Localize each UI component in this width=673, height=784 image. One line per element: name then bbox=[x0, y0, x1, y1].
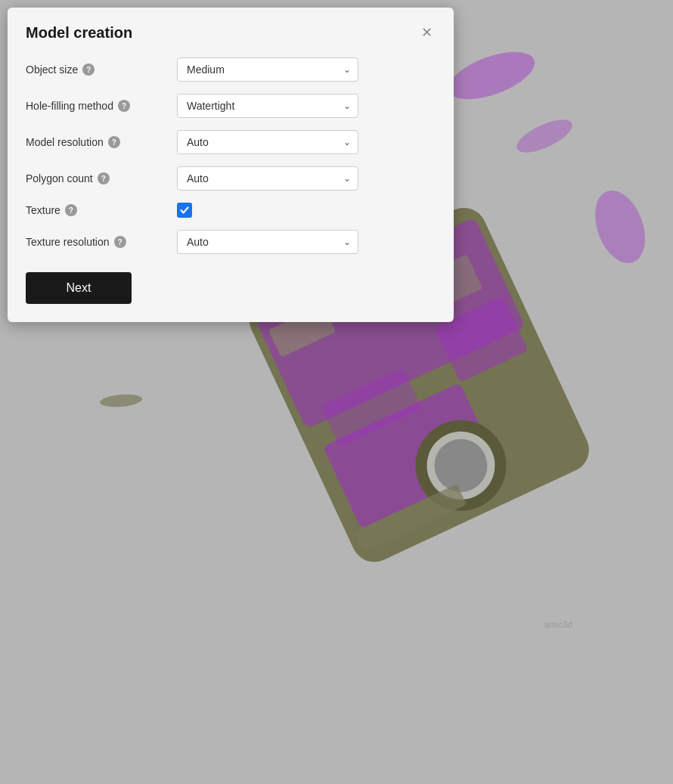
texture-help-icon[interactable]: ? bbox=[65, 204, 77, 216]
texture-resolution-control: Auto 512 1024 2048 4096 8192 ⌄ bbox=[177, 230, 436, 254]
polygon-count-select[interactable]: Auto 100K 500K 1M 2M 5M bbox=[177, 166, 358, 191]
panel-header: Model creation ✕ bbox=[26, 23, 436, 42]
texture-resolution-help-icon[interactable]: ? bbox=[114, 236, 126, 248]
polygon-count-select-wrapper: Auto 100K 500K 1M 2M 5M ⌄ bbox=[177, 166, 358, 191]
hole-filling-help-icon[interactable]: ? bbox=[118, 100, 130, 112]
object-size-help-icon[interactable]: ? bbox=[82, 64, 95, 76]
checkmark-icon bbox=[180, 206, 189, 215]
hole-filling-select[interactable]: None Conservative Watertight bbox=[177, 94, 358, 118]
texture-checkbox[interactable] bbox=[177, 203, 192, 218]
polygon-count-label: Polygon count ? bbox=[26, 172, 177, 184]
hole-filling-control: None Conservative Watertight ⌄ bbox=[177, 94, 436, 118]
texture-label: Texture ? bbox=[26, 204, 177, 216]
model-resolution-help-icon[interactable]: ? bbox=[108, 136, 120, 148]
next-button[interactable]: Next bbox=[26, 272, 132, 304]
model-resolution-label: Model resolution ? bbox=[26, 136, 177, 148]
texture-resolution-row: Texture resolution ? Auto 512 1024 2048 … bbox=[26, 230, 436, 254]
hole-filling-label: Hole-filling method ? bbox=[26, 100, 177, 112]
panel-title: Model creation bbox=[26, 24, 132, 42]
polygon-count-help-icon[interactable]: ? bbox=[98, 172, 110, 184]
texture-resolution-label: Texture resolution ? bbox=[26, 236, 177, 248]
model-resolution-select[interactable]: Auto Low Medium High Ultra High bbox=[177, 130, 358, 154]
model-creation-panel: Model creation ✕ Object size ? Small Med… bbox=[8, 8, 454, 322]
texture-resolution-select[interactable]: Auto 512 1024 2048 4096 8192 bbox=[177, 230, 358, 254]
object-size-select[interactable]: Small Medium Large Extra Large bbox=[177, 57, 358, 82]
texture-row: Texture ? bbox=[26, 203, 436, 218]
texture-resolution-select-wrapper: Auto 512 1024 2048 4096 8192 ⌄ bbox=[177, 230, 358, 254]
model-resolution-select-wrapper: Auto Low Medium High Ultra High ⌄ bbox=[177, 130, 358, 154]
hole-filling-row: Hole-filling method ? None Conservative … bbox=[26, 94, 436, 118]
object-size-label: Object size ? bbox=[26, 64, 177, 76]
model-resolution-control: Auto Low Medium High Ultra High ⌄ bbox=[177, 130, 436, 154]
model-resolution-row: Model resolution ? Auto Low Medium High … bbox=[26, 130, 436, 154]
object-size-control: Small Medium Large Extra Large ⌄ bbox=[177, 57, 436, 82]
polygon-count-row: Polygon count ? Auto 100K 500K 1M 2M 5M … bbox=[26, 166, 436, 191]
hole-filling-select-wrapper: None Conservative Watertight ⌄ bbox=[177, 94, 358, 118]
object-size-row: Object size ? Small Medium Large Extra L… bbox=[26, 57, 436, 82]
svg-text:artec3d: artec3d bbox=[544, 620, 572, 629]
object-size-select-wrapper: Small Medium Large Extra Large ⌄ bbox=[177, 57, 358, 82]
close-button[interactable]: ✕ bbox=[418, 23, 436, 42]
polygon-count-control: Auto 100K 500K 1M 2M 5M ⌄ bbox=[177, 166, 436, 191]
